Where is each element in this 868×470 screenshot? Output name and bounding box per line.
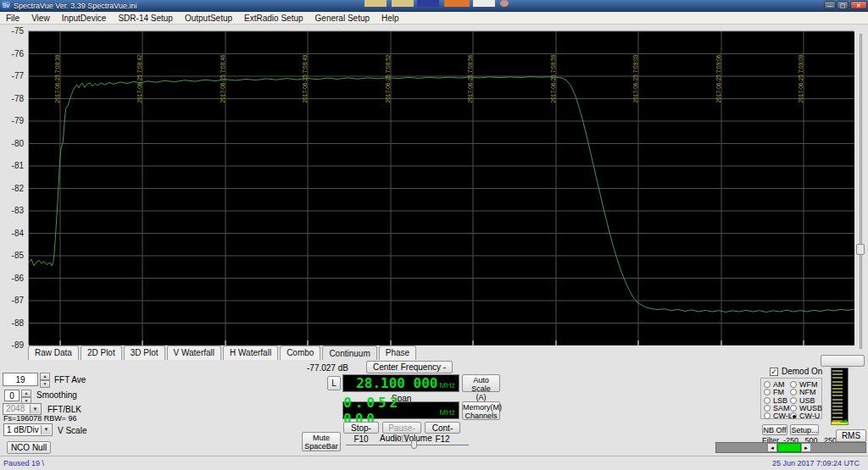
tab-2d-plot[interactable]: 2D Plot — [81, 346, 122, 360]
radio-icon[interactable] — [764, 381, 771, 388]
demod-on-checkbox[interactable]: ✓ — [770, 368, 778, 376]
y-axis-labels: -75-76-77-78-79-80-81-82-83-84-85-86-87-… — [0, 30, 26, 348]
close-button[interactable]: ✕ — [850, 1, 867, 9]
smoothing-label: Smoothing — [36, 390, 77, 400]
vertical-scale-slider-track[interactable] — [860, 34, 862, 349]
y-tick-label: -85 — [2, 251, 24, 260]
smoothing-field[interactable]: 0 — [4, 390, 19, 401]
menu-item-help[interactable]: Help — [376, 12, 405, 25]
tab-combo[interactable]: Combo — [280, 346, 320, 360]
cont-button[interactable]: Cont-F12 — [425, 422, 460, 434]
lock-l-button[interactable]: L — [327, 376, 341, 390]
fft-ave-spinner[interactable]: ▲ ▼ — [40, 373, 50, 386]
spectrum-plot: 2017-06-25 7:08:392017-06-25 7:08:422017… — [28, 30, 854, 345]
filter-scrollbar-thumb[interactable] — [777, 443, 801, 452]
meter-segment — [832, 412, 843, 414]
rms-button[interactable]: RMS — [836, 429, 866, 442]
radio-icon[interactable] — [764, 389, 771, 395]
tab-3d-plot[interactable]: 3D Plot — [124, 346, 165, 360]
v-scale-label: V Scale — [58, 426, 86, 435]
menu-bar: FileViewInputDeviceSDR-14 SetupOutputSet… — [0, 12, 868, 25]
meter-segment — [832, 377, 843, 379]
auto-scale-button[interactable]: Auto Scale(A) — [462, 374, 500, 392]
radio-icon[interactable] — [790, 412, 797, 419]
maximize-button[interactable]: ▢ — [837, 1, 849, 9]
radio-icon[interactable] — [790, 389, 797, 395]
x-tick-label: 2017-06-25 7:08:42 — [136, 54, 142, 102]
span-display[interactable]: 0.052 000 MHz — [342, 401, 459, 419]
menu-item-view[interactable]: View — [25, 12, 56, 25]
menu-item-outputsetup[interactable]: OutputSetup — [179, 12, 238, 25]
titlebar-artifact — [500, 0, 509, 7]
app-icon: Sv — [2, 2, 10, 10]
status-bar: Paused 19 \ 25 Jun 2017 7:09:24 UTC — [0, 456, 868, 470]
menu-item-sdr-14-setup[interactable]: SDR-14 Setup — [112, 12, 178, 25]
spin-up-icon[interactable]: ▲ — [40, 373, 50, 380]
meter-segment — [832, 391, 843, 393]
v-scale-combo[interactable]: 1 dB/Div ▼ — [3, 423, 53, 436]
radio-icon[interactable] — [764, 412, 771, 419]
meter-segment — [832, 395, 843, 396]
tab-continuum[interactable]: Continuum — [322, 346, 376, 360]
title-bar[interactable]: Sv SpectraVue Ver. 3.39 SpectraVue.ini —… — [0, 0, 868, 12]
fft-ave-field[interactable]: 19 — [3, 373, 38, 386]
menu-item-file[interactable]: File — [0, 12, 25, 25]
radio-mode-cw-u[interactable]: CW-U — [790, 412, 820, 420]
x-tick-label: 2017-06-25 7:09:06 — [715, 54, 721, 102]
center-frequency-button[interactable]: Center Frequency - Ins — [366, 361, 453, 373]
minimize-button[interactable]: — — [824, 1, 836, 9]
titlebar-artifact — [444, 0, 470, 7]
mute-button[interactable]: MuteSpaceBar — [302, 432, 341, 451]
marker-db-readout: -77.027 dB — [307, 363, 348, 373]
setup-button[interactable]: Setup... — [790, 424, 819, 435]
demod-mode-group: AMFMLSBSAMCW-LWFMNFMUSBWUSBCW-U — [760, 378, 822, 419]
meter-segment — [832, 420, 843, 422]
y-tick-label: -83 — [2, 206, 24, 215]
spin-up-icon[interactable]: ▲ — [21, 390, 31, 397]
tab-h-waterfall[interactable]: H Waterfall — [223, 346, 278, 360]
menu-item-extradio-setup[interactable]: ExtRadio Setup — [238, 12, 309, 25]
titlebar-artifact — [473, 0, 495, 7]
spectravue-window: Sv SpectraVue Ver. 3.39 SpectraVue.ini —… — [0, 0, 868, 470]
filter-scroll-left-icon[interactable]: ◄ — [767, 443, 777, 452]
vertical-scale-slider-thumb[interactable] — [856, 244, 865, 255]
x-tick-label: 2017-06-25 7:08:46 — [220, 54, 225, 102]
nco-null-button[interactable]: NCO Null — [7, 441, 51, 454]
tab-raw-data[interactable]: Raw Data — [28, 346, 79, 360]
memory-channels-button[interactable]: Memory(M)Channels — [462, 401, 500, 420]
filter-scroll-right-icon[interactable]: ► — [801, 443, 811, 452]
y-tick-label: -89 — [2, 340, 24, 350]
titlebar-artifact — [392, 0, 414, 7]
menu-item-general-setup[interactable]: General Setup — [309, 12, 376, 25]
menu-item-inputdevice[interactable]: InputDevice — [56, 12, 113, 25]
radio-icon[interactable] — [764, 397, 771, 404]
pause-button[interactable]: Pause-F11 — [382, 422, 421, 434]
nb-off-button[interactable]: NB Off — [762, 424, 787, 435]
stop-button[interactable]: Stop-F10 — [343, 422, 379, 434]
radio-icon[interactable] — [790, 397, 797, 404]
y-tick-label: -79 — [2, 116, 24, 125]
y-tick-label: -88 — [2, 318, 24, 328]
audio-volume-slider-thumb[interactable] — [411, 440, 417, 449]
smoothing-spinner[interactable]: ▲ ▼ — [21, 390, 31, 401]
radio-icon[interactable] — [764, 405, 771, 412]
x-tick-label: 2017-06-25 7:08:59 — [550, 54, 556, 102]
radio-icon[interactable] — [790, 381, 797, 388]
meter-segment — [832, 402, 843, 404]
chevron-down-icon[interactable]: ▼ — [41, 425, 51, 434]
tab-v-waterfall[interactable]: V Waterfall — [167, 346, 222, 360]
plot-canvas: 2017-06-25 7:08:392017-06-25 7:08:422017… — [29, 31, 854, 346]
tab-phase[interactable]: Phase — [379, 346, 416, 360]
fft-blk-combo[interactable]: 2048 ▼ — [3, 403, 42, 415]
meter-segment — [832, 381, 843, 383]
meter-segment — [832, 417, 843, 418]
blank-button[interactable] — [821, 355, 865, 367]
radio-mode-cw-l[interactable]: CW-L — [764, 412, 793, 420]
status-run-state: Paused 19 \ — [3, 459, 44, 467]
audio-volume-slider-track[interactable] — [346, 445, 469, 445]
center-frequency-display[interactable]: 28.100 000 MHz — [342, 374, 459, 392]
fft-blk-label: FFT/BLK — [47, 405, 81, 414]
radio-icon[interactable] — [790, 405, 797, 412]
chevron-down-icon[interactable]: ▼ — [30, 405, 40, 413]
spin-down-icon[interactable]: ▼ — [40, 380, 50, 388]
